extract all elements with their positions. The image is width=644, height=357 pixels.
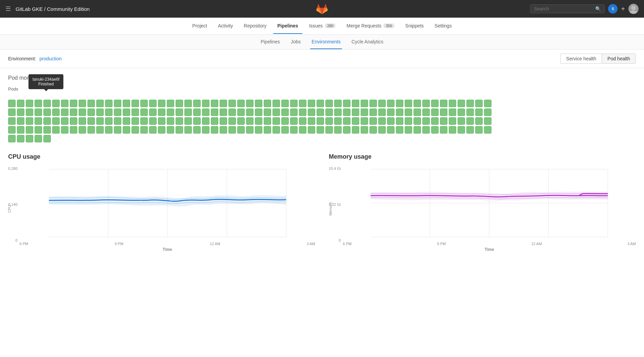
- pod-square[interactable]: [43, 108, 51, 116]
- pod-square[interactable]: [255, 126, 262, 134]
- pod-square[interactable]: [96, 126, 104, 134]
- pod-square[interactable]: [352, 100, 359, 107]
- search-input[interactable]: [534, 6, 594, 12]
- pod-square[interactable]: [458, 117, 465, 125]
- pod-square[interactable]: [228, 100, 236, 107]
- pod-square[interactable]: [79, 117, 86, 125]
- nav-snippets[interactable]: Snippets: [401, 18, 428, 34]
- pod-square[interactable]: [378, 117, 386, 125]
- pod-square[interactable]: [431, 117, 439, 125]
- pod-square[interactable]: [43, 135, 51, 142]
- pod-square[interactable]: [308, 117, 315, 125]
- pod-square[interactable]: [52, 108, 60, 116]
- pod-square[interactable]: [105, 100, 113, 107]
- pod-square[interactable]: [123, 108, 130, 116]
- pod-square[interactable]: [35, 108, 42, 116]
- pod-square[interactable]: [43, 117, 51, 125]
- pod-square[interactable]: [361, 126, 368, 134]
- pod-square[interactable]: [387, 117, 395, 125]
- pod-square[interactable]: [158, 117, 165, 125]
- pod-square[interactable]: [96, 117, 104, 125]
- pod-square[interactable]: [255, 108, 262, 116]
- pod-square[interactable]: [369, 108, 377, 116]
- pod-square[interactable]: [193, 126, 201, 134]
- pod-square[interactable]: [414, 117, 421, 125]
- pod-square[interactable]: [61, 126, 68, 134]
- pod-square[interactable]: [264, 126, 271, 134]
- nav-issues[interactable]: Issues 280: [305, 18, 340, 34]
- pod-square[interactable]: [378, 108, 386, 116]
- pod-square[interactable]: [105, 108, 113, 116]
- pod-square[interactable]: [352, 117, 359, 125]
- pod-square[interactable]: [466, 100, 474, 107]
- pod-square[interactable]: [43, 100, 51, 107]
- pod-square[interactable]: [317, 108, 324, 116]
- pod-square[interactable]: [458, 126, 465, 134]
- pod-square[interactable]: [220, 117, 227, 125]
- pod-square[interactable]: [149, 126, 157, 134]
- pod-square[interactable]: [334, 108, 342, 116]
- pod-square[interactable]: [193, 108, 201, 116]
- pod-square[interactable]: [440, 117, 447, 125]
- pod-square[interactable]: [317, 126, 324, 134]
- pod-square[interactable]: [140, 117, 148, 125]
- pod-square[interactable]: [96, 108, 104, 116]
- pod-square[interactable]: [484, 117, 491, 125]
- pod-square[interactable]: [61, 108, 68, 116]
- pod-square[interactable]: [79, 126, 86, 134]
- pod-square[interactable]: [114, 117, 121, 125]
- nav-pipelines[interactable]: Pipelines: [273, 18, 302, 34]
- pod-square[interactable]: [211, 117, 218, 125]
- pod-square[interactable]: [79, 108, 86, 116]
- pod-square[interactable]: [246, 126, 254, 134]
- pod-square[interactable]: [361, 117, 368, 125]
- pod-square[interactable]: [132, 100, 139, 107]
- subnav-jobs[interactable]: Jobs: [289, 35, 302, 49]
- pod-square[interactable]: [167, 100, 174, 107]
- pod-square[interactable]: [8, 100, 16, 107]
- pod-square[interactable]: [228, 117, 236, 125]
- pod-square[interactable]: [325, 117, 333, 125]
- pod-square[interactable]: [17, 100, 24, 107]
- pod-square[interactable]: [475, 108, 483, 116]
- pod-square[interactable]: [484, 126, 491, 134]
- pod-square[interactable]: [299, 108, 306, 116]
- pod-square[interactable]: [264, 108, 271, 116]
- pod-square[interactable]: [475, 117, 483, 125]
- pod-square[interactable]: [317, 117, 324, 125]
- pod-square[interactable]: [70, 108, 77, 116]
- pod-square[interactable]: [369, 117, 377, 125]
- pod-square[interactable]: [237, 117, 245, 125]
- pod-square[interactable]: [273, 100, 280, 107]
- pod-square[interactable]: [290, 117, 298, 125]
- plus-button[interactable]: +: [621, 5, 625, 12]
- pod-square[interactable]: [70, 126, 77, 134]
- pod-square[interactable]: [123, 126, 130, 134]
- pod-square[interactable]: [458, 100, 465, 107]
- pod-square[interactable]: [35, 126, 42, 134]
- service-health-button[interactable]: Service health: [560, 54, 602, 64]
- pod-square[interactable]: [431, 108, 439, 116]
- pod-square[interactable]: [211, 108, 218, 116]
- pod-square[interactable]: [325, 126, 333, 134]
- pod-square[interactable]: [299, 100, 306, 107]
- pod-square[interactable]: [308, 126, 315, 134]
- pod-square[interactable]: [220, 108, 227, 116]
- nav-repository[interactable]: Repository: [240, 18, 270, 34]
- pod-square[interactable]: [369, 126, 377, 134]
- pod-square[interactable]: [466, 108, 474, 116]
- pod-square[interactable]: [299, 117, 306, 125]
- pod-square[interactable]: [255, 100, 262, 107]
- pod-square[interactable]: [237, 100, 245, 107]
- pod-square[interactable]: [396, 108, 403, 116]
- pod-square[interactable]: [414, 100, 421, 107]
- pod-square[interactable]: [52, 100, 60, 107]
- pod-health-button[interactable]: Pod health: [602, 54, 636, 64]
- pod-square[interactable]: [334, 100, 342, 107]
- pod-square[interactable]: [61, 117, 68, 125]
- pod-square[interactable]: [26, 117, 33, 125]
- pod-square[interactable]: [123, 117, 130, 125]
- pod-square[interactable]: [211, 100, 218, 107]
- pod-square[interactable]: [422, 117, 430, 125]
- pod-square[interactable]: [352, 108, 359, 116]
